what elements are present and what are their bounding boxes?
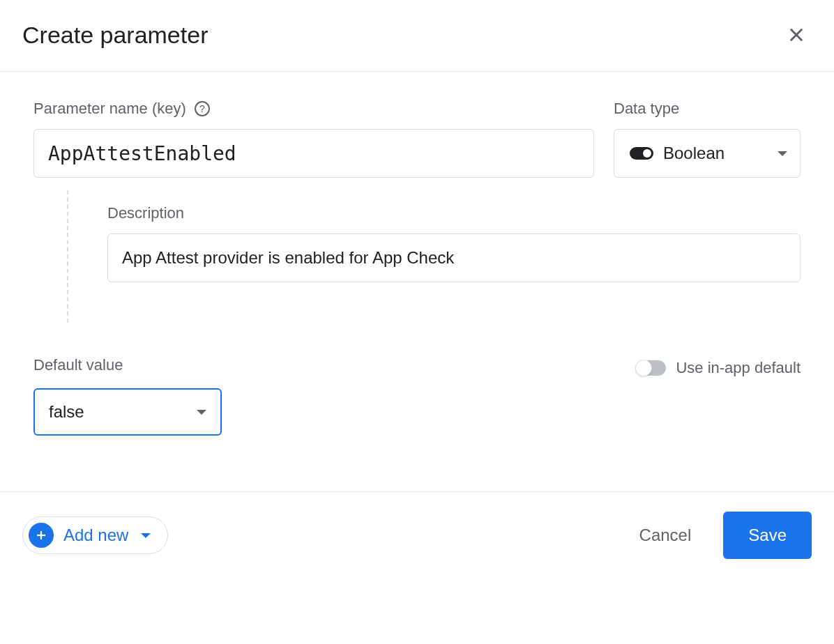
save-button[interactable]: Save (723, 512, 812, 559)
cancel-button[interactable]: Cancel (627, 517, 704, 553)
data-type-selected: Boolean (663, 144, 768, 163)
dialog-footer: Add new Cancel Save (0, 491, 834, 578)
chevron-down-icon (197, 410, 206, 415)
description-section: Description (33, 190, 801, 323)
dialog-header: Create parameter (0, 0, 834, 72)
dialog-body: Parameter name (key) ? Data type Boolean… (0, 72, 834, 491)
help-icon[interactable]: ? (195, 101, 210, 116)
chevron-down-icon (141, 533, 151, 538)
default-value-group: Default value false (33, 356, 222, 436)
create-parameter-dialog: Create parameter Parameter name (key) ? … (0, 0, 834, 578)
in-app-default-group: Use in-app default (637, 359, 801, 377)
close-icon (787, 25, 806, 45)
data-type-label: Data type (614, 100, 801, 118)
tree-connector (67, 190, 68, 323)
parameter-name-input[interactable] (33, 129, 594, 178)
dialog-title: Create parameter (22, 22, 208, 49)
boolean-toggle-icon (630, 147, 653, 160)
in-app-default-toggle[interactable] (637, 360, 666, 376)
default-value-selected: false (49, 402, 84, 422)
default-value-section: Default value false Use in-app default (33, 356, 801, 436)
default-value-dropdown[interactable]: false (33, 388, 222, 436)
chevron-down-icon (778, 151, 787, 156)
parameter-name-label-text: Parameter name (key) (33, 100, 186, 118)
parameter-name-label: Parameter name (key) ? (33, 100, 594, 118)
plus-icon (29, 523, 54, 548)
in-app-default-label: Use in-app default (676, 359, 801, 377)
data-type-dropdown[interactable]: Boolean (614, 129, 801, 178)
description-content: Description (107, 190, 801, 323)
description-label: Description (107, 204, 801, 222)
default-value-label: Default value (33, 356, 222, 374)
description-input[interactable] (107, 233, 801, 282)
parameter-name-field-group: Parameter name (key) ? (33, 100, 594, 178)
param-row: Parameter name (key) ? Data type Boolean (33, 100, 801, 178)
close-button[interactable] (781, 20, 812, 50)
add-new-button[interactable]: Add new (22, 516, 168, 554)
footer-actions: Cancel Save (627, 512, 812, 559)
data-type-field-group: Data type Boolean (614, 100, 801, 178)
add-new-label: Add new (63, 526, 128, 545)
